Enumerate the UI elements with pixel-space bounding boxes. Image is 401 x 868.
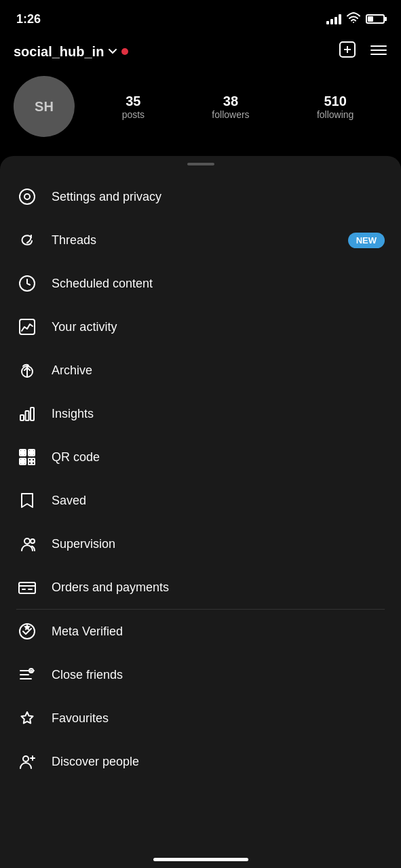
- home-bar: [153, 858, 248, 861]
- discover-icon: [16, 751, 38, 772]
- supervision-icon: [16, 533, 38, 555]
- svg-rect-22: [32, 458, 35, 461]
- posts-count: 35: [126, 94, 140, 109]
- menu-item-discover[interactable]: Discover people: [0, 740, 401, 783]
- svg-point-33: [23, 756, 28, 762]
- status-icons: [326, 12, 385, 26]
- settings-label: Settings and privacy: [52, 190, 385, 204]
- menu-item-settings[interactable]: Settings and privacy: [0, 175, 401, 218]
- orders-label: Orders and payments: [52, 580, 385, 595]
- archive-icon: [16, 359, 38, 381]
- menu-item-metaverified[interactable]: Meta Verified: [0, 610, 401, 653]
- following-count: 510: [324, 94, 346, 109]
- profile-section: SH 35 posts 38 followers 510 following: [0, 69, 401, 151]
- menu-drawer: Settings and privacy Threads NEW Schedul…: [0, 156, 401, 868]
- wifi-icon: [347, 12, 360, 26]
- followers-stat: 38 followers: [212, 94, 249, 120]
- insights-icon: [16, 403, 38, 425]
- svg-rect-16: [21, 451, 24, 454]
- svg-rect-14: [31, 408, 34, 420]
- saved-icon: [16, 490, 38, 511]
- metaverified-label: Meta Verified: [52, 625, 385, 639]
- menu-item-favourites[interactable]: Favourites: [0, 696, 401, 740]
- menu-button[interactable]: [370, 43, 387, 60]
- chevron-down-icon: [108, 46, 117, 57]
- drawer-handle: [187, 163, 214, 165]
- posts-stat: 35 posts: [122, 94, 145, 120]
- add-post-button[interactable]: [339, 41, 356, 62]
- username-row[interactable]: social_hub_in: [14, 44, 128, 60]
- scheduled-icon: [16, 273, 38, 294]
- following-stat: 510 following: [317, 94, 354, 120]
- header-actions: [339, 41, 387, 62]
- activity-icon: [16, 316, 38, 338]
- menu-item-saved[interactable]: Saved: [0, 479, 401, 522]
- status-time: 1:26: [16, 12, 41, 26]
- metaverified-icon: [16, 620, 38, 642]
- menu-item-orders[interactable]: Orders and payments: [0, 566, 401, 609]
- qrcode-icon: [16, 446, 38, 468]
- battery-icon: [366, 14, 385, 24]
- menu-item-threads[interactable]: Threads NEW: [0, 218, 401, 262]
- threads-icon: [16, 229, 38, 251]
- stats-row: 35 posts 38 followers 510 following: [88, 94, 387, 120]
- saved-label: Saved: [52, 494, 385, 508]
- menu-item-supervision[interactable]: Supervision: [0, 522, 401, 566]
- notification-dot: [121, 48, 128, 55]
- activity-label: Your activity: [52, 320, 385, 334]
- menu-item-activity[interactable]: Your activity: [0, 305, 401, 349]
- svg-rect-10: [20, 319, 35, 334]
- followers-count: 38: [223, 94, 238, 109]
- svg-point-8: [24, 194, 30, 199]
- status-bar: 1:26: [0, 0, 401, 34]
- svg-rect-23: [28, 462, 31, 465]
- svg-point-25: [24, 538, 30, 544]
- svg-rect-13: [26, 411, 29, 420]
- following-label: following: [317, 109, 354, 120]
- menu-list: Settings and privacy Threads NEW Schedul…: [0, 175, 401, 783]
- menu-item-closefriends[interactable]: Close friends: [0, 653, 401, 696]
- posts-label: posts: [122, 109, 145, 120]
- svg-rect-18: [30, 451, 33, 454]
- supervision-label: Supervision: [52, 537, 385, 551]
- avatar: SH: [14, 76, 75, 137]
- signal-icon: [326, 14, 341, 24]
- closefriends-label: Close friends: [52, 668, 385, 682]
- qrcode-label: QR code: [52, 450, 385, 465]
- closefriends-icon: [16, 664, 38, 686]
- username-text: social_hub_in: [14, 44, 104, 60]
- insights-label: Insights: [52, 407, 385, 421]
- followers-label: followers: [212, 109, 249, 120]
- favourites-label: Favourites: [52, 711, 385, 726]
- menu-item-scheduled[interactable]: Scheduled content: [0, 262, 401, 305]
- favourites-icon: [16, 707, 38, 729]
- orders-icon: [16, 576, 38, 598]
- svg-rect-20: [21, 460, 24, 463]
- threads-new-badge: NEW: [348, 233, 385, 248]
- svg-point-0: [353, 22, 354, 23]
- archive-label: Archive: [52, 363, 385, 378]
- header: social_hub_in: [0, 34, 401, 69]
- menu-item-insights[interactable]: Insights: [0, 392, 401, 435]
- menu-item-qrcode[interactable]: QR code: [0, 435, 401, 479]
- scheduled-label: Scheduled content: [52, 277, 385, 291]
- svg-rect-21: [28, 458, 31, 461]
- threads-label: Threads: [52, 233, 335, 248]
- svg-rect-27: [19, 583, 35, 593]
- settings-icon: [16, 186, 38, 208]
- svg-rect-24: [32, 462, 35, 465]
- discover-label: Discover people: [52, 755, 385, 769]
- svg-point-26: [31, 539, 35, 543]
- svg-rect-12: [20, 415, 24, 420]
- menu-item-archive[interactable]: Archive: [0, 349, 401, 392]
